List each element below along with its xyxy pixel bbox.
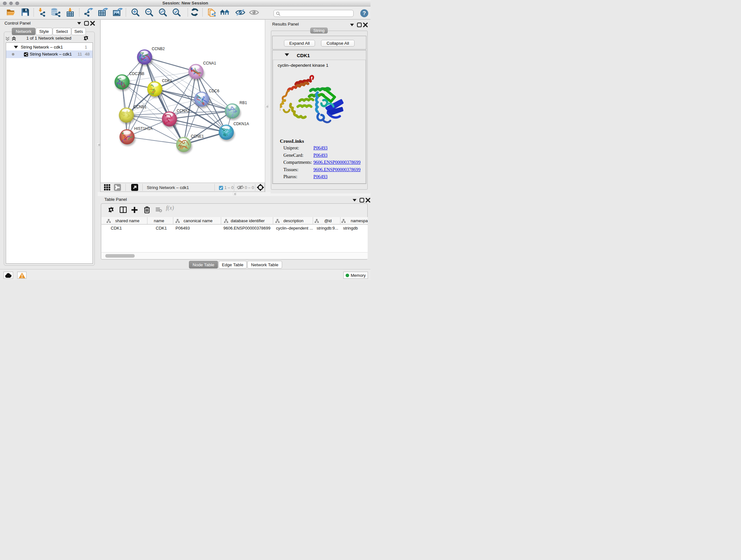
svg-text:CCNA1: CCNA1 [203, 61, 216, 65]
svg-text:RB1: RB1 [240, 101, 247, 105]
svg-text:CDKN1A: CDKN1A [233, 122, 249, 126]
svg-text:CDC6: CDC6 [209, 89, 219, 93]
svg-text:CDK1: CDK1 [162, 78, 172, 83]
svg-text:HIST1H1A: HIST1H1A [134, 126, 152, 131]
svg-text:CCNA2: CCNA2 [177, 109, 190, 113]
svg-text:CCNB2: CCNB2 [152, 47, 165, 51]
svg-text:CCNE1: CCNE1 [191, 134, 204, 138]
svg-text:CDC25B: CDC25B [129, 71, 144, 76]
svg-text:CCNB1: CCNB1 [134, 105, 147, 109]
